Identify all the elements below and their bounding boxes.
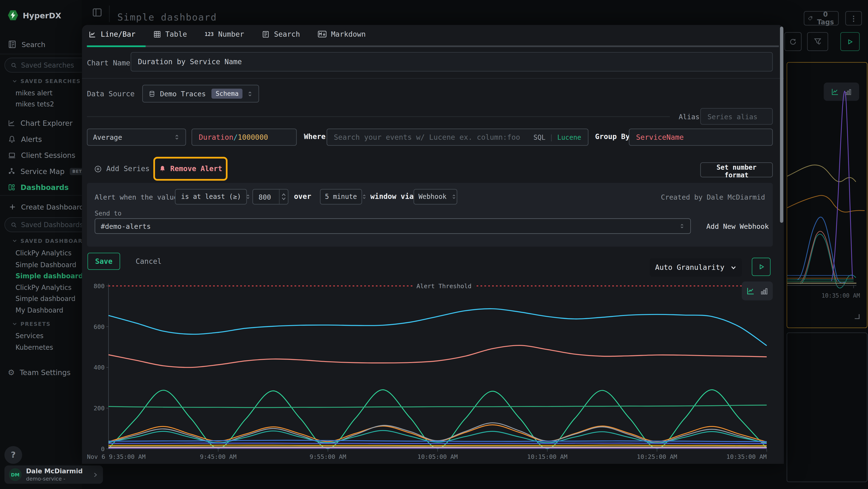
number-stepper[interactable] [279,190,288,204]
refresh-button[interactable] [784,32,802,51]
collapse-sidebar-button[interactable] [92,7,102,18]
play-icon [757,263,765,270]
saved-dashboard-simple-dashboard[interactable]: Simple Dashboard [16,261,76,268]
bell-icon [159,165,166,172]
alert-threshold-input[interactable]: 800 [252,189,288,204]
saved-searches-input[interactable]: Saved Searches [4,58,82,73]
create-dashboard-button[interactable]: Create Dashboard [9,201,82,212]
line-chart-icon [8,119,16,127]
send-to-select[interactable]: #demo-alerts [95,219,691,234]
tab-table[interactable]: Table [153,30,187,38]
granularity-select[interactable]: Auto Granularity [650,258,742,277]
group-by-input[interactable]: ServiceName [629,128,773,146]
tab-search[interactable]: Search [262,30,300,38]
sidebar-item-chart-explorer[interactable]: Chart Explorer [8,118,72,128]
bg-mini-chart [787,62,868,328]
saved-search-mikes-tets2[interactable]: mikes tets2 [16,100,54,108]
svg-text:400: 400 [94,364,105,371]
chart-type-toggle[interactable] [742,282,773,300]
page-title: Simple dashboard [117,11,217,23]
help-button[interactable]: ? [4,446,22,464]
filter-edit-icon [813,37,822,46]
field-expression-input[interactable]: Duration/1000000 [191,128,297,146]
data-source-label: Data Source [87,90,134,98]
saved-dashboards-input[interactable]: Saved Dashboards [4,217,82,232]
svg-text:10:15:00 AM: 10:15:00 AM [527,453,567,460]
avatar: DM [9,468,22,481]
modal-scrollbar[interactable] [780,27,783,223]
set-number-format-button[interactable]: Set number format [700,163,773,177]
saved-dashboards-section[interactable]: SAVED DASHBOARDS [12,238,82,244]
group-by-label: Group By [595,133,630,141]
tags-button[interactable]: 0 Tags [804,11,839,26]
preset-services[interactable]: Services [16,332,43,340]
brand[interactable]: HyperDX [8,10,61,21]
chevron-updown-icon [362,194,367,200]
sidebar-item-team-settings[interactable]: ⚙ Team Settings [8,367,70,378]
saved-searches-section[interactable]: SAVED SEARCHES [12,78,81,84]
saved-search-mikes-alert[interactable]: mikes alert [16,89,52,97]
where-search-input[interactable]: Search your events w/ Lucene ex. column:… [327,128,589,146]
sidebar-item-dashboards[interactable]: Dashboards [8,182,69,193]
presets-section[interactable]: PRESETS [12,321,51,327]
search-page-icon [8,40,17,49]
remove-alert-button[interactable]: Remove Alert [159,165,222,173]
svg-text:Alert Threshold: Alert Threshold [416,283,471,290]
alert-config-panel: Alert when the value is at least (≥) 800… [87,183,773,247]
plus-icon [9,203,16,210]
series-alias-input[interactable]: Series alias [700,108,773,125]
modal-divider [82,78,784,79]
saved-dashboard-my-dashboard[interactable]: My Dashboard [16,306,63,314]
preview-run-button[interactable] [752,258,771,276]
chevron-right-icon [92,471,99,478]
sidebar-item-search[interactable]: Search [8,39,45,50]
field-part: 1000000 [238,133,268,141]
alert-channel-select[interactable]: Webhook [413,189,457,204]
lucene-mode-toggle[interactable]: Lucene [557,133,581,141]
saved-dashboard-simple-dashboard[interactable]: Simple dashboard [16,295,75,303]
cancel-button[interactable]: Cancel [135,257,161,265]
chevron-updown-icon [245,194,251,200]
line-chart-icon [746,287,755,295]
refresh-icon [789,37,797,46]
saved-dashboard-clickpy-analytics[interactable]: ClickPy Analytics [16,249,71,257]
created-by-label: Created by Dale McDiarmid [661,193,765,201]
panel-collapse-icon [92,7,102,18]
alert-condition-select[interactable]: is at least (≥) [175,189,247,204]
bar-chart-icon [760,287,768,295]
add-series-button[interactable]: Add Series [94,165,150,173]
aggregation-select[interactable]: Average [87,128,186,146]
preset-kubernetes[interactable]: Kubernetes [16,343,53,351]
run-query-button[interactable] [840,32,860,51]
chevron-updown-icon [174,134,180,140]
add-new-webhook-button[interactable]: Add New Webhook [707,222,769,230]
alias-label: Alias [679,113,700,121]
top-bar: Simple dashboard 0 Tags ⋮ [82,0,868,25]
save-button[interactable]: Save [88,253,120,270]
tab-line-bar[interactable]: Line/Bar [89,30,135,38]
tabs-active-underline [87,46,145,47]
svg-text:200: 200 [94,405,105,412]
filter-button[interactable] [807,32,828,51]
user-card[interactable]: DM Dale McDiarmid demo-service - [4,466,103,484]
sidebar-item-alerts[interactable]: Alerts [8,134,42,145]
markdown-icon [318,30,327,38]
laptop-icon [8,151,16,159]
svg-text:600: 600 [94,323,105,330]
data-source-select[interactable]: Demo Traces Schema [142,85,259,102]
sidebar-item-service-map[interactable]: Service MapBETA [8,166,82,177]
tag-icon [808,15,813,22]
tab-markdown[interactable]: Markdown [318,30,366,38]
stepper-up-icon [281,193,286,197]
saved-dashboard-simple-dashboard[interactable]: Simple dashboard [16,272,82,280]
saved-dashboard-clickpy-analytics[interactable]: ClickPy Analytics [16,283,71,291]
alert-window-select[interactable]: 5 minute [320,189,362,204]
chevron-down-icon [12,321,18,326]
more-menu-button[interactable]: ⋮ [845,11,862,26]
tab-number[interactable]: 123Number [205,30,244,38]
chart-name-input[interactable]: Duration by Service Name [131,52,773,71]
sidebar: HyperDX Search Saved Searches SAVED SEAR… [0,0,82,489]
sidebar-item-client-sessions[interactable]: Client Sessions [8,150,75,161]
sql-mode-toggle[interactable]: SQL [534,133,546,141]
chevron-down-icon [12,238,18,243]
